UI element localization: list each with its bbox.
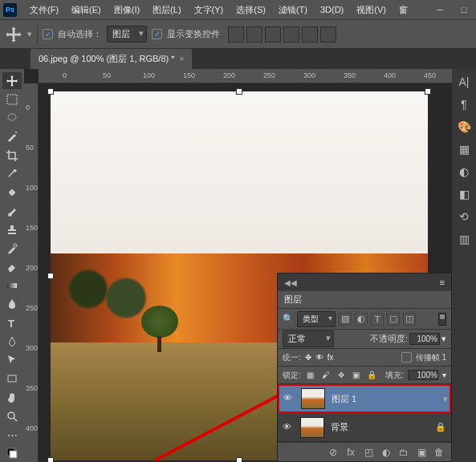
menu-window[interactable]: 窗 [393,0,414,19]
visibility-icon[interactable]: 👁 [283,422,294,433]
window-minimize-icon[interactable]: ─ [428,0,452,19]
chevron-down-icon[interactable]: ▾ [442,371,446,379]
lock-position-icon[interactable]: ✥ [336,370,347,381]
chevron-down-icon[interactable]: ▾ [27,29,32,39]
document-tab[interactable]: 06.jpeg @ 100% (图层 1, RGB/8) * × [31,49,192,69]
filter-smart-icon[interactable]: ◫ [403,313,416,326]
link-layers-icon[interactable]: ⊘ [328,447,339,458]
character-panel-icon[interactable]: A| [459,75,470,88]
layer-mask-icon[interactable]: ◰ [363,447,374,458]
menu-file[interactable]: 文件(F) [23,0,65,19]
type-tool[interactable]: T [2,314,22,331]
filter-pixel-icon[interactable]: ▧ [339,313,352,326]
move-tool[interactable] [2,72,22,89]
layer-name[interactable]: 背景 [331,421,348,433]
close-tab-icon[interactable]: × [180,55,185,63]
lasso-tool[interactable] [2,109,22,126]
layer-thumbnail[interactable] [301,388,325,409]
layer-thumbnail[interactable] [300,417,324,438]
filter-kind-dropdown[interactable]: 类型 [297,311,336,327]
layer-name[interactable]: 图层 1 [332,393,356,405]
adjustments-panel-icon[interactable]: ◐ [459,165,469,178]
color-panel-icon[interactable]: 🎨 [458,120,471,133]
properties-panel-icon[interactable]: ▥ [459,233,470,245]
blend-mode-dropdown[interactable]: 正常 [283,330,334,347]
gradient-tool[interactable] [2,278,22,294]
panel-menu-icon[interactable]: ≡ [440,278,445,287]
lock-pixels-icon[interactable]: 🖌 [320,370,332,381]
rect-marquee-tool[interactable] [2,91,22,107]
transform-handle[interactable] [425,88,431,95]
adjustment-layer-icon[interactable]: ◐ [380,447,392,458]
auto-select-dropdown[interactable]: 图层 [107,26,147,43]
menu-3d[interactable]: 3D(D) [314,0,350,19]
transform-handle[interactable] [47,88,54,95]
layer-row[interactable]: 👁 背景 🔒 [278,413,451,442]
eyedropper-tool[interactable] [2,165,22,182]
align-center-button[interactable] [246,26,262,43]
crop-tool[interactable] [2,147,22,164]
filter-type-icon[interactable]: T [371,313,384,326]
align-top-button[interactable] [283,26,299,43]
layers-tab[interactable]: 图层 [278,291,451,309]
lock-artboard-icon[interactable]: ▣ [351,370,362,381]
healing-tool[interactable] [2,184,22,201]
magic-wand-tool[interactable] [2,128,22,145]
pen-tool[interactable] [2,333,22,350]
chevron-down-icon[interactable]: ▾ [441,334,446,344]
search-icon[interactable]: 🔍 [283,314,294,324]
align-middle-button[interactable] [302,26,318,43]
transform-handle[interactable] [236,457,242,462]
unify-visibility-icon[interactable]: 👁 [315,353,323,362]
menu-select[interactable]: 选择(S) [230,0,272,19]
transform-handle[interactable] [47,273,54,279]
group-icon[interactable]: 🗀 [398,447,409,458]
menu-filter[interactable]: 滤镜(T) [272,0,314,19]
styles-panel-icon[interactable]: ◧ [459,188,470,201]
hand-tool[interactable] [2,389,22,406]
menu-edit[interactable]: 编辑(E) [65,0,108,19]
menu-image[interactable]: 图像(I) [108,0,146,19]
paragraph-panel-icon[interactable]: ¶ [461,98,467,111]
lock-transparency-icon[interactable]: ▦ [305,370,316,381]
history-panel-icon[interactable]: ⟲ [459,210,469,223]
transform-handle[interactable] [47,457,54,462]
fill-input[interactable] [408,370,438,380]
filter-adjustment-icon[interactable]: ◐ [355,313,368,326]
show-transform-checkbox[interactable] [152,29,162,39]
delete-layer-icon[interactable]: 🗑 [433,447,445,458]
align-left-button[interactable] [228,26,244,43]
unify-position-icon[interactable]: ✥ [305,353,311,362]
eraser-tool[interactable] [2,258,22,275]
transform-handle[interactable] [236,88,242,95]
history-brush-tool[interactable] [2,240,22,257]
menu-view[interactable]: 视图(V) [350,0,393,19]
opacity-input[interactable] [409,333,440,345]
align-right-button[interactable] [265,26,281,43]
swatches-panel-icon[interactable]: ▦ [459,143,470,156]
lock-all-icon[interactable]: 🔒 [366,370,377,381]
menu-type[interactable]: 文字(Y) [188,0,230,19]
filter-shape-icon[interactable]: ▢ [387,313,400,326]
rectangle-tool[interactable] [2,371,22,387]
foreground-background-colors[interactable] [2,445,22,462]
panel-header[interactable]: ◀◀ ≡ [278,274,451,291]
align-bottom-button[interactable] [320,26,336,43]
path-select-tool[interactable] [2,352,22,369]
layer-fx-icon[interactable]: fx [345,447,356,458]
unify-style-icon[interactable]: fx [328,353,334,362]
layer-row[interactable]: 👁 图层 1 [278,384,451,413]
propagate-checkbox[interactable] [401,352,412,363]
new-layer-icon[interactable]: ▣ [416,447,427,458]
visibility-icon[interactable]: 👁 [283,393,295,404]
blur-tool[interactable] [2,296,22,313]
menu-layer[interactable]: 图层(L) [146,0,187,19]
edit-toolbar[interactable]: ⋯ [2,426,22,443]
filter-toggle[interactable] [438,313,446,326]
stamp-tool[interactable] [2,221,22,238]
brush-tool[interactable] [2,203,22,220]
zoom-tool[interactable] [2,407,22,424]
window-maximize-icon[interactable]: □ [452,0,476,19]
auto-select-checkbox[interactable] [43,29,53,39]
collapse-icon[interactable]: ◀◀ [284,278,297,287]
